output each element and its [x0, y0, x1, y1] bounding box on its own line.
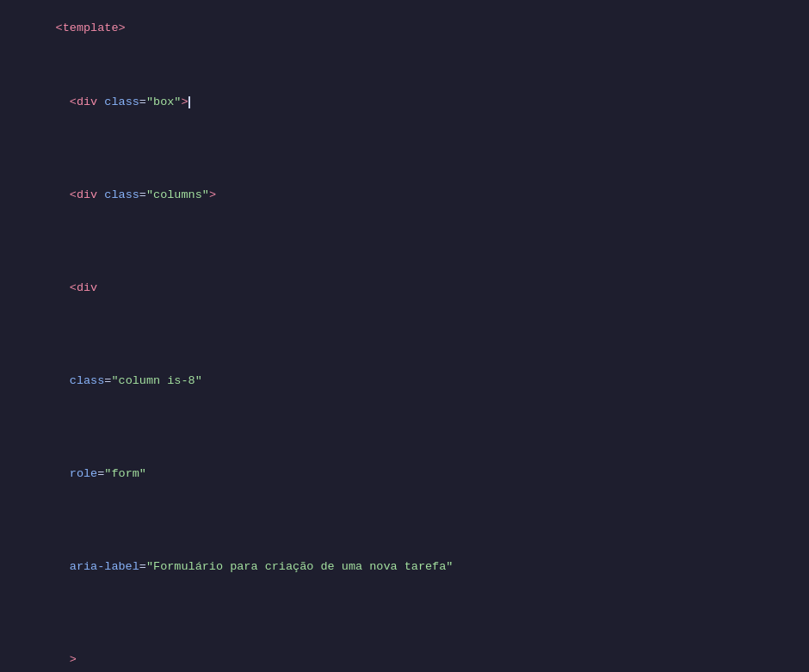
line-1: <template> — [0, 0, 809, 56]
line-2: <div class="box"> — [0, 56, 809, 149]
line-7: aria-label="Formulário para criação de u… — [0, 521, 809, 613]
line-6: role="form" — [0, 428, 809, 521]
code-editor: <template> <div class="box"> <div class=… — [0, 0, 809, 672]
line-8: > — [0, 613, 809, 672]
line-5: class="column is-8" — [0, 335, 809, 428]
line-4: <div — [0, 242, 809, 335]
line-3: <div class="columns"> — [0, 149, 809, 242]
